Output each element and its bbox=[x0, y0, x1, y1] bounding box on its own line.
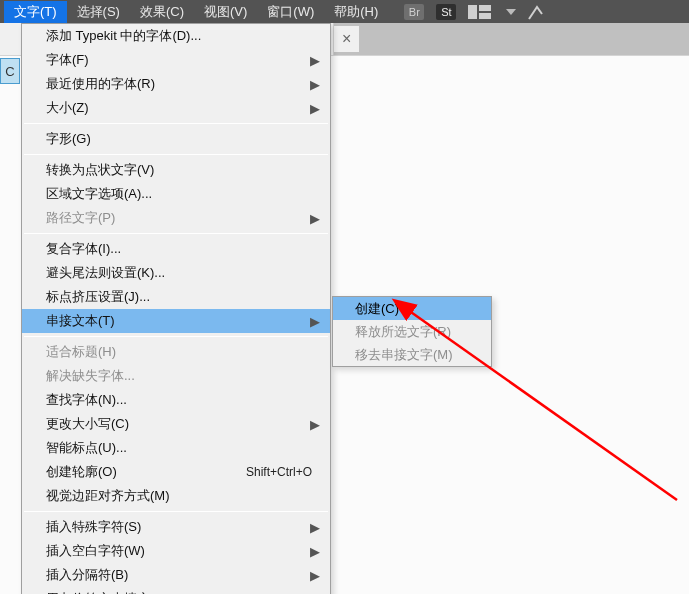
chevron-right-icon: ▶ bbox=[310, 211, 320, 226]
menu-convert-point-type[interactable]: 转换为点状文字(V) bbox=[22, 158, 330, 182]
bridge-icon[interactable]: Br bbox=[404, 4, 424, 20]
menu-fill-placeholder-text[interactable]: 用占位符文本填充 bbox=[22, 587, 330, 594]
svg-rect-0 bbox=[468, 5, 477, 19]
svg-rect-2 bbox=[479, 13, 491, 19]
menu-insert-special-character[interactable]: 插入特殊字符(S)▶ bbox=[22, 515, 330, 539]
workspace-layout-icon[interactable] bbox=[468, 5, 494, 19]
submenu-remove-threading: 移去串接文字(M) bbox=[333, 343, 491, 366]
menu-help[interactable]: 帮助(H) bbox=[324, 1, 388, 23]
menu-insert-whitespace[interactable]: 插入空白字符(W)▶ bbox=[22, 539, 330, 563]
menu-separator bbox=[24, 233, 328, 234]
threaded-text-submenu: 创建(C) 释放所选文字(R) 移去串接文字(M) bbox=[332, 296, 492, 367]
menu-mojikumi-settings[interactable]: 标点挤压设置(J)... bbox=[22, 285, 330, 309]
menu-separator bbox=[24, 511, 328, 512]
menu-insert-break[interactable]: 插入分隔符(B)▶ bbox=[22, 563, 330, 587]
menu-resolve-missing-fonts: 解决缺失字体... bbox=[22, 364, 330, 388]
menu-text[interactable]: 文字(T) bbox=[4, 1, 67, 23]
menu-area-type-options[interactable]: 区域文字选项(A)... bbox=[22, 182, 330, 206]
chevron-right-icon: ▶ bbox=[310, 568, 320, 583]
menu-composite-fonts[interactable]: 复合字体(I)... bbox=[22, 237, 330, 261]
menu-select[interactable]: 选择(S) bbox=[67, 1, 130, 23]
menu-change-case[interactable]: 更改大小写(C)▶ bbox=[22, 412, 330, 436]
chevron-right-icon: ▶ bbox=[310, 77, 320, 92]
chevron-right-icon: ▶ bbox=[310, 544, 320, 559]
menu-smart-punctuation[interactable]: 智能标点(U)... bbox=[22, 436, 330, 460]
stock-icon[interactable]: St bbox=[436, 4, 456, 20]
chevron-right-icon: ▶ bbox=[310, 101, 320, 116]
menu-size[interactable]: 大小(Z)▶ bbox=[22, 96, 330, 120]
share-icon[interactable] bbox=[528, 4, 544, 20]
menu-optical-margin-alignment[interactable]: 视觉边距对齐方式(M) bbox=[22, 484, 330, 508]
svg-rect-1 bbox=[479, 5, 491, 11]
chevron-right-icon: ▶ bbox=[310, 53, 320, 68]
menu-separator bbox=[24, 154, 328, 155]
menu-add-typekit[interactable]: 添加 Typekit 中的字体(D)... bbox=[22, 24, 330, 48]
menu-font[interactable]: 字体(F)▶ bbox=[22, 48, 330, 72]
text-menu-dropdown: 添加 Typekit 中的字体(D)... 字体(F)▶ 最近使用的字体(R)▶… bbox=[21, 23, 331, 594]
chevron-right-icon: ▶ bbox=[310, 314, 320, 329]
menu-separator bbox=[24, 336, 328, 337]
menubar: 文字(T) 选择(S) 效果(C) 视图(V) 窗口(W) 帮助(H) Br S… bbox=[0, 0, 689, 23]
chevron-right-icon: ▶ bbox=[310, 520, 320, 535]
submenu-release-selection: 释放所选文字(R) bbox=[333, 320, 491, 343]
menu-glyphs[interactable]: 字形(G) bbox=[22, 127, 330, 151]
menu-separator bbox=[24, 123, 328, 124]
menu-find-font[interactable]: 查找字体(N)... bbox=[22, 388, 330, 412]
menu-kinsoku-settings[interactable]: 避头尾法则设置(K)... bbox=[22, 261, 330, 285]
menu-fit-headline: 适合标题(H) bbox=[22, 340, 330, 364]
menu-effect[interactable]: 效果(C) bbox=[130, 1, 194, 23]
menu-create-outlines[interactable]: 创建轮廓(O)Shift+Ctrl+O bbox=[22, 460, 330, 484]
menu-window[interactable]: 窗口(W) bbox=[257, 1, 324, 23]
menu-threaded-text[interactable]: 串接文本(T)▶ bbox=[22, 309, 330, 333]
chevron-down-icon[interactable] bbox=[506, 7, 516, 17]
close-icon[interactable]: × bbox=[334, 26, 359, 52]
menu-path-type: 路径文字(P)▶ bbox=[22, 206, 330, 230]
menu-view[interactable]: 视图(V) bbox=[194, 1, 257, 23]
chevron-right-icon: ▶ bbox=[310, 417, 320, 432]
menu-recent-fonts[interactable]: 最近使用的字体(R)▶ bbox=[22, 72, 330, 96]
left-tool-swatch[interactable]: C bbox=[0, 58, 20, 84]
submenu-create[interactable]: 创建(C) bbox=[333, 297, 491, 320]
svg-marker-4 bbox=[506, 9, 516, 15]
